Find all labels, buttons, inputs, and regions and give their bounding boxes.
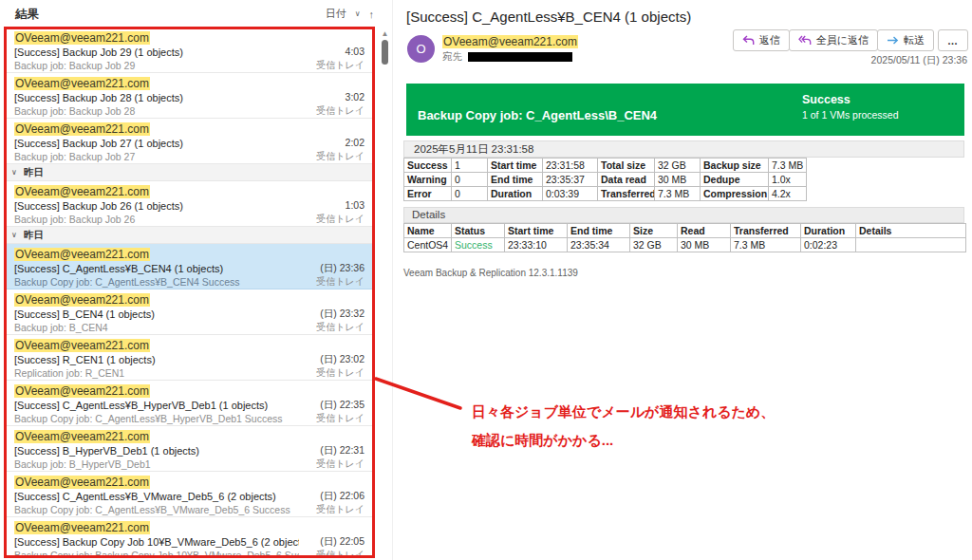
mail-folder: 受信トレイ [316, 366, 364, 380]
mail-time: 2:02 [346, 137, 364, 148]
list-item[interactable]: OVeeam@veeam221.com[Success] B_CEN4 (1 o… [5, 289, 374, 335]
mail-folder: 受信トレイ [316, 275, 364, 289]
mail-folder: 受信トレイ [316, 59, 364, 72]
list-item[interactable]: OVeeam@veeam221.com[Success] Backup Copy… [5, 517, 374, 558]
veeam-status-banner: Backup Copy job: C_AgentLess\B_CEN4 Succ… [406, 84, 964, 136]
details-value-cell: Success [452, 238, 505, 252]
mail-subject: [Success] B_CEN4 (1 objects) [14, 308, 299, 321]
mail-subject: [Success] C_AgentLess¥B_CEN4 (1 objects) [14, 262, 299, 275]
list-item[interactable]: OVeeam@veeam221.com[Success] B_HyperVB_D… [5, 426, 374, 472]
list-item[interactable]: OVeeam@veeam221.com[Success] C_AgentLess… [5, 381, 374, 426]
report-details-heading: Details [403, 207, 964, 223]
reply-label: 返信 [759, 33, 780, 47]
summary-value-cell: 1.0x [769, 173, 807, 187]
received-timestamp: 2025/05/11 (日) 23:36 [871, 54, 967, 67]
mail-sender: OVeeam@veeam221.com [14, 185, 364, 199]
banner-subtitle: 1 of 1 VMs processed [802, 109, 899, 121]
details-value-cell: 32 GB [630, 238, 678, 252]
list-scrollbar[interactable]: ▲ [379, 27, 391, 560]
details-header-cell: Details [856, 224, 966, 238]
mail-sender: OVeeam@veeam221.com [14, 384, 364, 399]
list-item[interactable]: OVeeam@veeam221.com[Success] C_AgentLess… [5, 472, 374, 517]
list-item[interactable]: OVeeam@veeam221.com[Success] R_CEN1 (1 o… [5, 335, 374, 381]
list-group-header[interactable]: ∨昨日 [5, 164, 374, 181]
summary-label-cell: Error [404, 187, 452, 201]
ellipsis-icon: … [947, 35, 959, 47]
sender-highlight: OVeeam@veeam221.com [14, 248, 150, 261]
details-header-cell: Start time [505, 224, 568, 238]
mail-subject: [Success] C_AgentLess¥B_VMware_Deb5_6 (2… [14, 490, 299, 503]
summary-label-cell: Success [404, 159, 452, 173]
sender-highlight: OVeeam@veeam221.com [14, 77, 150, 90]
sort-control[interactable]: 日付 ∨ ↑ [326, 7, 374, 21]
list-group-header[interactable]: ∨昨日 [5, 227, 374, 244]
list-item[interactable]: OVeeam@veeam221.com[Success] Backup Job … [5, 181, 374, 227]
details-value-cell: 23:35:34 [568, 238, 630, 252]
mail-preview: Backup job: B_CEN4 [14, 321, 299, 334]
mail-subject: [Success] C_AgentLess¥B_HyperVB_Deb1 (1 … [14, 399, 299, 412]
sort-by-label: 日付 [326, 7, 346, 21]
details-value-cell: 23:33:10 [505, 238, 568, 252]
mail-folder: 受信トレイ [316, 503, 364, 516]
mail-folder: 受信トレイ [316, 457, 364, 471]
summary-value-cell: 32 GB [655, 159, 701, 173]
details-value-cell: 7.3 MB [731, 238, 801, 252]
details-value-cell: CentOS4 [404, 238, 452, 252]
mail-sender: OVeeam@veeam221.com [14, 31, 364, 46]
mail-time: 1:03 [346, 199, 364, 211]
sender-highlight: OVeeam@veeam221.com [14, 476, 150, 489]
mail-subject: [Success] Backup Job 26 (1 objects) [14, 199, 299, 213]
mail-preview: Backup Copy job: C_AgentLess¥B_VMware_De… [14, 503, 299, 516]
sender-highlight: OVeeam@veeam221.com [14, 293, 150, 307]
mail-list: OVeeam@veeam221.com[Success] Backup Job … [5, 28, 374, 558]
mail-preview: Backup job: Backup Job 29 [14, 59, 299, 72]
list-item[interactable]: OVeeam@veeam221.com[Success] Backup Job … [5, 73, 374, 119]
list-item[interactable]: OVeeam@veeam221.com[Success] Backup Job … [5, 28, 374, 73]
details-header-cell: Name [404, 224, 452, 238]
forward-button[interactable]: 転送 [877, 29, 934, 51]
report-timestamp-band: 2025年5月11日 23:31:58 [403, 140, 964, 158]
scroll-up-arrow-icon[interactable]: ▲ [379, 28, 391, 40]
mail-subject: [Success] B_HyperVB_Deb1 (1 objects) [14, 444, 299, 457]
sort-direction-arrow-icon: ↑ [369, 9, 375, 20]
mail-time: 4:03 [346, 46, 364, 57]
mail-subject: [Success] Backup Copy Job 10¥B_VMware_De… [14, 535, 299, 549]
sender-avatar[interactable]: O [407, 35, 435, 63]
reading-pane: [Success] C_AgentLess¥B_CEN4 (1 objects)… [399, 0, 972, 560]
mail-time: (日) 22:31 [320, 444, 364, 457]
scrollbar-thumb[interactable] [382, 40, 388, 65]
sender-highlight: OVeeam@veeam221.com [14, 430, 150, 443]
mail-sender: OVeeam@veeam221.com [14, 339, 364, 353]
sender-highlight: OVeeam@veeam221.com [14, 384, 150, 398]
annotation-line-1: 日々各ジョブ単位でメールが通知されるため、 [472, 398, 775, 426]
forward-label: 転送 [904, 33, 925, 47]
mail-preview: Replication job: R_CEN1 [14, 366, 299, 380]
list-item[interactable]: OVeeam@veeam221.com[Success] Backup Job … [5, 119, 374, 164]
list-item[interactable]: OVeeam@veeam221.com[Success] C_AgentLess… [5, 244, 374, 289]
mail-preview: Backup job: Backup Job 26 [14, 213, 299, 226]
mail-sender: OVeeam@veeam221.com [14, 476, 364, 490]
mail-preview: Backup Copy job: C_AgentLess¥B_HyperVB_D… [14, 412, 299, 425]
reply-all-label: 全員に返信 [816, 33, 869, 47]
mail-preview: Backup job: Backup Job 28 [14, 104, 299, 118]
report-details-table: NameStatusStart timeEnd timeSizeReadTran… [403, 223, 966, 252]
details-header-cell: Status [452, 224, 505, 238]
group-header-label: 昨日 [24, 229, 44, 242]
mail-subject: [Success] Backup Job 27 (1 objects) [14, 137, 299, 150]
reply-button[interactable]: 返信 [733, 29, 790, 51]
summary-value-cell: 7.3 MB [769, 159, 807, 173]
more-actions-button[interactable]: … [938, 29, 968, 51]
sender-highlight: OVeeam@veeam221.com [442, 35, 578, 48]
report-summary-table: Success1Start time23:31:58Total size32 G… [403, 158, 807, 201]
sender-highlight: OVeeam@veeam221.com [14, 339, 150, 352]
sender-highlight: OVeeam@veeam221.com [14, 185, 150, 198]
chevron-down-icon: ∨ [11, 168, 17, 177]
mail-preview: Backup job: B_HyperVB_Deb1 [14, 457, 299, 471]
mail-folder: 受信トレイ [316, 412, 364, 425]
summary-label-cell: Duration [488, 187, 543, 201]
summary-value-cell: 0:03:39 [543, 187, 598, 201]
mail-sender: OVeeam@veeam221.com [14, 293, 364, 308]
reply-all-button[interactable]: 全員に返信 [789, 29, 878, 51]
summary-label-cell: Compression [701, 187, 769, 201]
summary-label-cell: Transferred [598, 187, 655, 201]
